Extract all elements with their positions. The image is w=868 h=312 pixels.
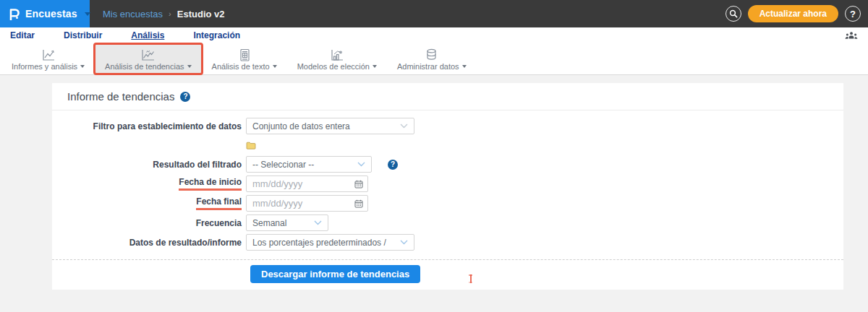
report-data-select[interactable]: Los porcentajes predeterminados / (246, 234, 414, 251)
folder-icon[interactable] (246, 142, 256, 150)
select-value: Semanal (252, 218, 286, 228)
form-row-resultado: Resultado del filtrado -- Seleccionar --… (52, 156, 843, 173)
page-title: Informe de tendencias (67, 90, 174, 103)
line-chart-icon (41, 47, 56, 62)
end-date-input[interactable] (246, 195, 368, 212)
chevron-down-icon (314, 220, 322, 225)
tab-editar[interactable]: Editar (10, 30, 35, 40)
questionpro-logo-icon (9, 8, 20, 20)
breadcrumb: Mis encuestas › Estudio v2 (90, 0, 225, 27)
trend-report-panel: Informe de tendencias ? Filtro para esta… (52, 83, 843, 290)
chevron-down-icon (273, 65, 277, 68)
page-content: Informe de tendencias ? Filtro para esta… (0, 75, 868, 312)
start-date-input[interactable] (246, 176, 368, 192)
annotation-red-underline: Fecha de inicio (179, 177, 242, 191)
chevron-down-icon (400, 240, 408, 245)
breadcrumb-parent-link[interactable]: Mis encuestas (103, 9, 163, 20)
select-value: -- Seleccionar -- (252, 160, 314, 170)
field-label-datos: Datos de resultado/informe (52, 238, 246, 248)
form-row-frecuencia: Frecuencia Semanal (52, 214, 843, 231)
toolbar-item-analisis-de-tendencias[interactable]: Análisis de tendencias (95, 43, 201, 74)
tab-distribuir[interactable]: Distribuir (64, 30, 102, 40)
form-row-filtro: Filtro para establecimiento de datos Con… (52, 118, 843, 134)
toolbar-item-informes-y-analisis[interactable]: Informes y análisis (1, 43, 95, 74)
form-row-datos: Datos de resultado/informe Los porcentaj… (52, 234, 843, 251)
toolbar-item-label: Administrar datos (397, 62, 459, 71)
choice-model-icon (330, 47, 344, 62)
app-menu-button[interactable]: Encuestas (0, 0, 90, 27)
tab-analisis[interactable]: Análisis (131, 30, 164, 40)
form-row-fecha-final: Fecha final (52, 195, 843, 212)
annotation-red-underline: Fecha final (196, 196, 242, 210)
toolbar-item-administrar-datos[interactable]: Administrar datos (387, 43, 477, 74)
field-label-resultado: Resultado del filtrado (52, 160, 246, 170)
panel-footer: Descargar informe de tendencias (52, 259, 843, 290)
toolbar-item-label: Análisis de tendencias (105, 62, 184, 71)
download-trend-report-button[interactable]: Descargar informe de tendencias (250, 265, 420, 283)
tab-integracion[interactable]: Integración (193, 30, 240, 40)
form-row-folder (52, 137, 843, 154)
chevron-down-icon (357, 162, 365, 167)
title-help-icon[interactable]: ? (180, 92, 190, 102)
filter-result-select[interactable]: -- Seleccionar -- (246, 156, 372, 173)
update-now-button[interactable]: Actualizar ahora (748, 5, 838, 22)
breadcrumb-separator: › (169, 9, 171, 18)
chevron-down-icon (187, 65, 192, 68)
field-label-filtro: Filtro para establecimiento de datos (52, 121, 246, 131)
section-nav: Editar Distribuir Análisis Integración (0, 27, 868, 43)
search-button[interactable] (726, 6, 741, 22)
chevron-down-icon (462, 65, 467, 68)
filter-result-help-icon[interactable]: ? (388, 160, 398, 170)
toolbar-item-label: Análisis de texto (212, 62, 270, 71)
select-value: Los porcentajes predeterminados / (252, 238, 386, 248)
frequency-select[interactable]: Semanal (246, 214, 328, 231)
toolbar-item-label: Informes y análisis (12, 62, 77, 71)
app-label: Encuestas (25, 8, 77, 20)
field-label-fecha-inicio: Fecha de inicio (52, 177, 246, 191)
analysis-toolbar: Informes y análisis Análisis de tendenci… (0, 43, 868, 75)
chevron-down-icon (373, 65, 377, 68)
chevron-down-icon (80, 65, 85, 68)
toolbar-item-analisis-de-texto[interactable]: Análisis de texto (202, 43, 287, 74)
form-row-fecha-inicio: Fecha de inicio (52, 176, 843, 192)
panel-header: Informe de tendencias ? (52, 83, 843, 110)
trend-chart-icon (140, 47, 156, 62)
topbar-actions: Actualizar ahora ? (726, 0, 868, 27)
toolbar-item-modelos-de-eleccion[interactable]: Modelos de elección (287, 43, 387, 74)
chevron-down-icon (400, 124, 408, 129)
toolbar-item-label: Modelos de elección (297, 62, 370, 71)
help-button[interactable]: ? (845, 6, 861, 22)
dataset-filter-select[interactable]: Conjunto de datos entera (246, 118, 414, 134)
text-report-icon (239, 47, 250, 62)
trend-report-form: Filtro para establecimiento de datos Con… (52, 110, 843, 259)
search-icon (729, 9, 738, 18)
breadcrumb-current: Estudio v2 (177, 9, 225, 20)
topbar: Encuestas Mis encuestas › Estudio v2 Act… (0, 0, 868, 27)
field-label-frecuencia: Frecuencia (52, 218, 246, 228)
community-icon[interactable] (845, 31, 858, 40)
select-value: Conjunto de datos entera (252, 121, 350, 131)
database-icon (425, 47, 438, 62)
field-label-fecha-final: Fecha final (52, 196, 246, 210)
